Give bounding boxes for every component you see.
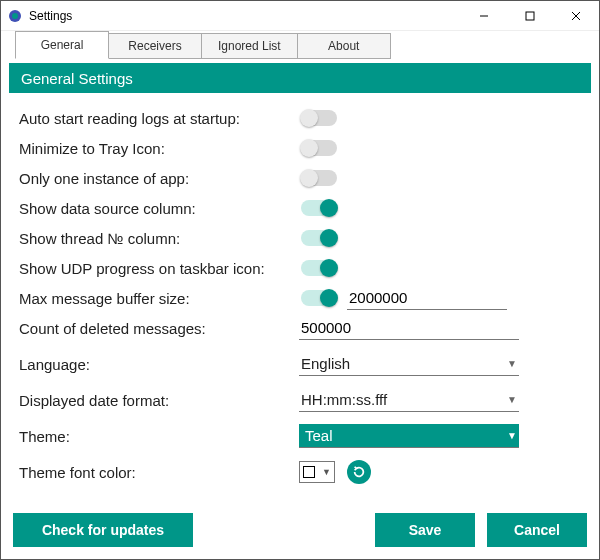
label-one-instance: Only one instance of app: [19,170,299,187]
maximize-button[interactable] [507,1,553,31]
label-date-format: Displayed date format: [19,392,299,409]
refresh-icon [352,465,366,479]
chevron-down-icon: ▼ [507,394,517,405]
tab-receivers[interactable]: Receivers [108,33,202,59]
toggle-auto-start[interactable] [301,110,337,126]
tab-general[interactable]: General [15,31,109,59]
input-max-buffer[interactable] [347,286,507,310]
toggle-show-source[interactable] [301,200,337,216]
color-picker-font[interactable]: ▼ [299,461,335,483]
footer: Check for updates Save Cancel [1,511,599,559]
settings-window: Settings General Receivers Ignored List … [0,0,600,560]
refresh-theme-button[interactable] [347,460,371,484]
svg-point-1 [12,13,18,19]
label-theme-font-color: Theme font color: [19,464,299,481]
input-deleted-count[interactable] [299,316,519,340]
cancel-button[interactable]: Cancel [487,513,587,547]
tab-bar: General Receivers Ignored List About [1,31,599,59]
section-title: General Settings [9,63,591,93]
chevron-down-icon: ▼ [322,467,331,477]
label-minimize-tray: Minimize to Tray Icon: [19,140,299,157]
label-theme: Theme: [19,428,299,445]
toggle-minimize-tray[interactable] [301,140,337,156]
svg-rect-3 [526,12,534,20]
dropdown-theme-value: Teal [305,427,333,444]
dropdown-date-format-value: HH:mm:ss.fff [301,391,387,408]
label-show-thread: Show thread № column: [19,230,299,247]
titlebar: Settings [1,1,599,31]
chevron-down-icon: ▼ [507,430,517,441]
close-button[interactable] [553,1,599,31]
app-icon [7,8,23,24]
label-language: Language: [19,356,299,373]
label-auto-start: Auto start reading logs at startup: [19,110,299,127]
dropdown-theme[interactable]: Teal ▼ [299,424,519,448]
toggle-one-instance[interactable] [301,170,337,186]
save-button[interactable]: Save [375,513,475,547]
dropdown-date-format[interactable]: HH:mm:ss.fff ▼ [299,388,519,412]
tab-about[interactable]: About [297,33,391,59]
tab-ignored-list[interactable]: Ignored List [201,33,298,59]
label-show-source: Show data source column: [19,200,299,217]
settings-body: Auto start reading logs at startup: Mini… [1,93,599,511]
toggle-max-buffer[interactable] [301,290,337,306]
dropdown-language-value: English [301,355,350,372]
minimize-button[interactable] [461,1,507,31]
check-updates-button[interactable]: Check for updates [13,513,193,547]
dropdown-language[interactable]: English ▼ [299,352,519,376]
label-deleted-count: Count of deleted messages: [19,320,269,337]
chevron-down-icon: ▼ [507,358,517,369]
window-title: Settings [29,9,72,23]
label-show-udp: Show UDP progress on taskbar icon: [19,260,299,277]
color-swatch-icon [303,466,315,478]
label-max-buffer: Max message buffer size: [19,290,299,307]
toggle-show-thread[interactable] [301,230,337,246]
toggle-show-udp[interactable] [301,260,337,276]
